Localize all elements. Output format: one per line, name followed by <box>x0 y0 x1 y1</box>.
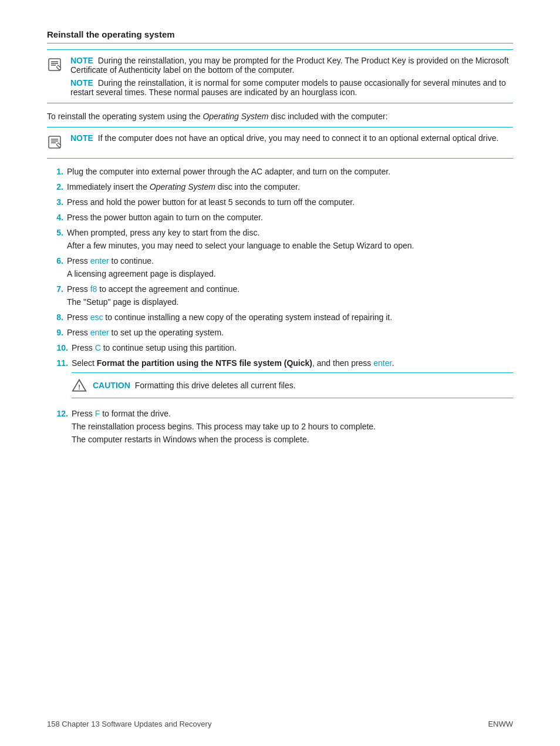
step-6: 6. Press enter to continue. A licensing … <box>47 256 513 278</box>
step-12: 12. Press F to format the drive. The rei… <box>47 409 513 444</box>
footer-left: 158 Chapter 13 Software Updates and Reco… <box>47 720 211 728</box>
step-7: 7. Press f8 to accept the agreement and … <box>47 284 513 307</box>
intro-paragraph: To reinstall the operating system using … <box>47 112 513 121</box>
note-1-content: NOTE During the reinstallation, you may … <box>70 56 513 97</box>
note-1-line2: NOTE During the reinstallation, it is no… <box>70 78 513 97</box>
step-6-sub: A licensing agreement page is displayed. <box>67 269 513 278</box>
caution-triangle-icon: ! <box>72 378 87 393</box>
step-8: 8. Press esc to continue installing a ne… <box>47 312 513 322</box>
step-3: 3. Press and hold the power button for a… <box>47 197 513 207</box>
page-content: Reinstall the operating system NOTE Duri… <box>0 0 560 497</box>
page-footer: 158 Chapter 13 Software Updates and Reco… <box>47 720 513 728</box>
note-2-text: NOTE If the computer does not have an op… <box>70 133 513 143</box>
step-7-sub: The "Setup" page is displayed. <box>67 297 513 307</box>
step-5: 5. When prompted, press any key to start… <box>47 228 513 250</box>
caution-box: ! CAUTION Formatting this drive deletes … <box>72 372 513 398</box>
svg-text:!: ! <box>78 384 80 391</box>
step-9: 9. Press enter to set up the operating s… <box>47 328 513 337</box>
steps-list: 1. Plug the computer into external power… <box>47 167 513 444</box>
note-2-content: NOTE If the computer does not have an op… <box>70 133 513 143</box>
step-12-sub1: The reinstallation process begins. This … <box>72 422 513 431</box>
step-1: 1. Plug the computer into external power… <box>47 167 513 176</box>
note-icon-1 <box>47 57 63 75</box>
step-10: 10. Press C to continue setup using this… <box>47 343 513 352</box>
step-5-sub: After a few minutes, you may need to sel… <box>67 241 513 250</box>
section-title: Reinstall the operating system <box>47 29 513 43</box>
note-box-1: NOTE During the reinstallation, you may … <box>47 49 513 103</box>
step-11: 11. Select Format the partition using th… <box>47 358 513 403</box>
note-1-line1: NOTE During the reinstallation, you may … <box>70 56 513 75</box>
step-2: 2. Immediately insert the Operating Syst… <box>47 182 513 191</box>
step-4: 4. Press the power button again to turn … <box>47 213 513 222</box>
footer-right: ENWW <box>488 720 513 728</box>
step-12-sub2: The computer restarts in Windows when th… <box>72 435 513 444</box>
note-icon-2 <box>47 135 63 152</box>
note-box-2: NOTE If the computer does not have an op… <box>47 127 513 159</box>
